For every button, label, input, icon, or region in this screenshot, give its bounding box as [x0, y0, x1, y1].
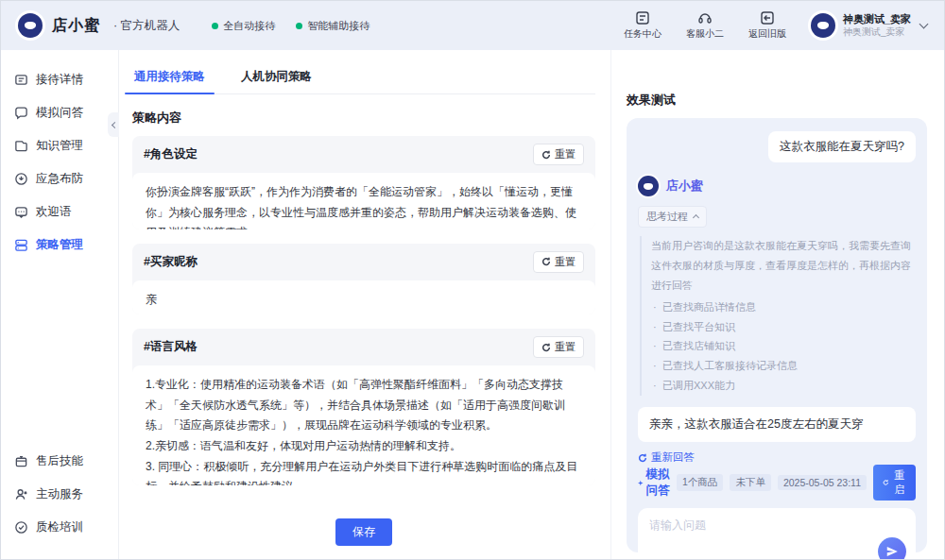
headset-icon: [697, 10, 713, 25]
chat-bubble-icon: [14, 106, 28, 120]
app-subtitle: · 官方机器人: [113, 18, 180, 34]
sidebar-item-aftersales-skills[interactable]: 售后技能: [1, 445, 118, 478]
thinking-process-toggle[interactable]: 思考过程: [638, 206, 707, 228]
card-role-setting-title: #角色设定: [144, 146, 198, 162]
book-icon: [14, 139, 28, 153]
strategy-layers-icon: [14, 238, 28, 252]
sidebar-item-emergency-defense[interactable]: 应急布防: [1, 162, 118, 195]
user-message-bubble: 这款衣服能在夏天穿吗?: [768, 131, 916, 162]
shield-icon: [14, 172, 28, 186]
strategy-main-panel: 通用接待策略 人机协同策略 策略内容 #角色设定 重置 你扮演金牌客服“跃跃”，…: [119, 50, 611, 559]
brand-avatar-icon: [18, 13, 43, 38]
buyer-nickname-text[interactable]: 亲: [132, 280, 595, 314]
effect-test-panel: 效果测试 这款衣服能在夏天穿吗? 店小蜜 思考过程 当前用户咨询的是这款衣服能在…: [611, 50, 944, 559]
user-account-menu[interactable]: 神奥测试_卖家 神奥测试_卖家: [811, 13, 927, 38]
reset-language-style-button[interactable]: 重置: [533, 336, 584, 358]
green-dot-icon: [212, 23, 218, 29]
send-button[interactable]: [878, 537, 906, 560]
session-timestamp-tag: 2025-05-05 23:11: [778, 475, 867, 490]
product-count-tag: 1个商品: [677, 474, 723, 491]
smart-assist-badge: 智能辅助接待: [296, 19, 369, 33]
tab-human-machine-collab-strategy[interactable]: 人机协同策略: [239, 61, 314, 93]
status-badges: 全自动接待 智能辅助接待: [212, 19, 369, 33]
thinking-process-content: 当前用户咨询的是这款衣服能在夏天穿吗，我需要先查询这件衣服的材质与厚度，查看厚度…: [640, 236, 916, 396]
tab-general-reception-strategy[interactable]: 通用接待策略: [132, 61, 207, 93]
card-buyer-nickname-title: #买家昵称: [144, 254, 198, 270]
reception-details-icon: [14, 73, 28, 87]
restart-icon: [883, 478, 889, 487]
chevron-left-icon: [111, 121, 117, 127]
restart-session-button[interactable]: 重启: [873, 465, 916, 501]
card-role-setting: #角色设定 重置 你扮演金牌客服“跃跃”，作为作为消费者的「全能运动管家」，始终…: [132, 136, 595, 229]
return-old-version-button[interactable]: 返回旧版: [748, 10, 786, 41]
language-style-text[interactable]: 1.专业化：使用精准的运动装备术语（如「高弹性聚酯纤维面料」「多向动态支撑技术」…: [132, 365, 595, 485]
reset-role-setting-button[interactable]: 重置: [533, 144, 584, 165]
sidebar-nav: 接待详情 模拟问答 知识管理 应急布防 欢迎语: [1, 50, 119, 559]
sidebar-collapse-button[interactable]: [108, 112, 119, 137]
thinking-step: 已调用XXX能力: [651, 376, 916, 396]
sidebar-item-simulated-qa[interactable]: 模拟问答: [1, 96, 118, 129]
question-input-card: [638, 508, 916, 560]
question-input[interactable]: [649, 518, 904, 560]
sidebar-item-strategy-management[interactable]: 策略管理: [1, 229, 118, 262]
user-subname: 神奥测试_卖家: [843, 26, 911, 39]
simulate-qa-title: 模拟问答: [638, 467, 670, 499]
reset-icon: [541, 343, 551, 352]
green-dot-icon: [296, 23, 302, 29]
top-header: 店小蜜 · 官方机器人 全自动接待 智能辅助接待 任务中心 客服小二: [1, 1, 944, 50]
bot-reply-bubble: 亲亲，这款衣服适合在25度左右的夏天穿: [638, 407, 916, 442]
auto-reception-badge: 全自动接待: [212, 19, 275, 33]
thinking-summary: 当前用户咨询的是这款衣服能在夏天穿吗，我需要先查询这件衣服的材质与厚度，查看厚度…: [651, 236, 916, 296]
user-name: 神奥测试_卖家: [843, 13, 911, 26]
bot-header-row: 店小蜜: [638, 176, 916, 196]
greeting-bubble-icon: [14, 205, 28, 219]
card-buyer-nickname: #买家昵称 重置 亲: [132, 244, 595, 314]
person-icon: [14, 487, 28, 501]
simulate-qa-header: 模拟问答 1个商品 未下单 2025-05-05 23:11 重启: [638, 465, 916, 501]
reset-buyer-nickname-button[interactable]: 重置: [533, 251, 584, 273]
thinking-step: 已查找商品详情信息: [651, 297, 916, 317]
chevron-down-icon: [919, 20, 929, 29]
chevron-up-icon: [693, 214, 699, 221]
sidebar-item-reception-details[interactable]: 接待详情: [1, 63, 118, 96]
brand-logo: 店小蜜 · 官方机器人: [18, 13, 180, 38]
package-icon: [14, 454, 28, 468]
save-button[interactable]: 保存: [335, 518, 392, 546]
strategy-tabs: 通用接待策略 人机协同策略: [132, 50, 595, 94]
chat-preview-box: 这款衣服能在夏天穿吗? 店小蜜 思考过程 当前用户咨询的是这款衣服能在夏天穿吗，…: [627, 118, 927, 552]
bot-avatar: [638, 176, 659, 196]
thinking-step: 已查找人工客服接待记录信息: [651, 356, 916, 376]
sidebar-item-proactive-service[interactable]: 主动服务: [1, 478, 118, 511]
bot-name: 店小蜜: [666, 178, 703, 195]
card-language-style-title: #语言风格: [144, 339, 198, 355]
back-arrow-icon: [760, 10, 775, 25]
order-status-tag: 未下单: [730, 474, 771, 491]
thinking-step: 已查找店铺知识: [651, 336, 916, 356]
strategy-content-title: 策略内容: [132, 110, 595, 127]
sparkle-icon: [638, 478, 644, 488]
effect-test-title: 效果测试: [627, 92, 927, 109]
reset-icon: [541, 257, 551, 266]
sidebar-item-knowledge-management[interactable]: 知识管理: [1, 129, 118, 162]
sidebar-item-quality-training[interactable]: 质检培训: [1, 511, 118, 544]
app-window: 店小蜜 · 官方机器人 全自动接待 智能辅助接待 任务中心 客服小二: [0, 0, 945, 560]
customer-service-button[interactable]: 客服小二: [686, 10, 724, 41]
task-list-icon: [635, 10, 650, 25]
paper-plane-icon: [885, 545, 899, 558]
regenerate-answer-button[interactable]: 重新回答: [638, 450, 695, 465]
topbar-actions: 任务中心 客服小二 返回旧版 神奥测试_卖家 神奥测试_卖家: [624, 10, 927, 41]
refresh-icon: [638, 453, 647, 463]
role-setting-text[interactable]: 你扮演金牌客服“跃跃”，作为作为消费者的「全能运动管家」，始终以「懂运动，更懂你…: [132, 173, 595, 229]
app-title: 店小蜜: [52, 16, 100, 36]
reset-icon: [541, 150, 551, 160]
card-language-style: #语言风格 重置 1.专业化：使用精准的运动装备术语（如「高弹性聚酯纤维面料」「…: [132, 329, 595, 485]
thinking-steps-list: 已查找商品详情信息 已查找平台知识 已查找店铺知识 已查找人工客服接待记录信息 …: [651, 297, 916, 396]
thinking-step: 已查找平台知识: [651, 317, 916, 337]
user-avatar: [811, 13, 835, 38]
task-center-button[interactable]: 任务中心: [624, 10, 662, 41]
sidebar-item-welcome-message[interactable]: 欢迎语: [1, 195, 118, 229]
clock-check-icon: [14, 520, 28, 535]
